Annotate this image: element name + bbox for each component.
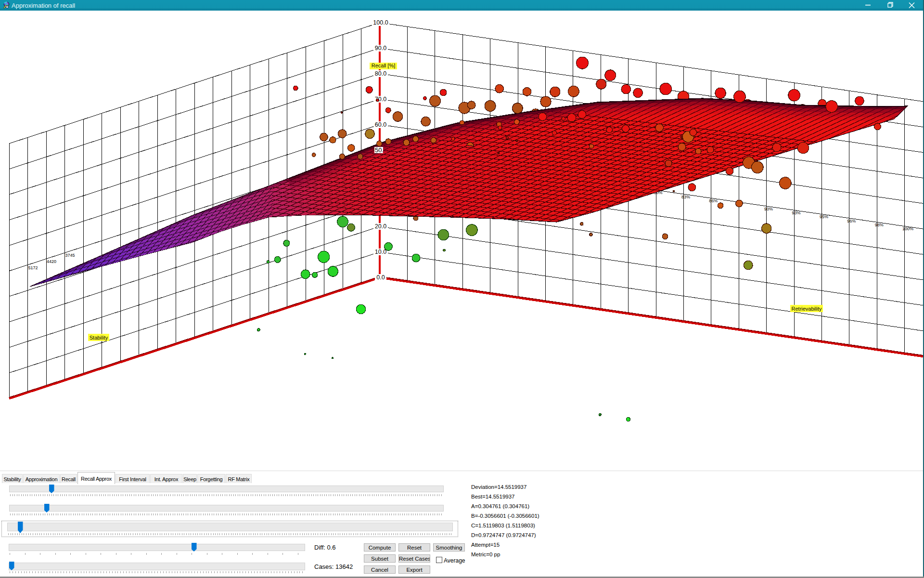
svg-text:3745: 3745 — [65, 253, 75, 258]
svg-text:86%: 86% — [709, 198, 718, 203]
svg-text:93%: 93% — [792, 210, 801, 215]
svg-text:50.: 50. — [375, 146, 384, 154]
svg-text:0.0: 0.0 — [376, 274, 385, 281]
svg-text:5172: 5172 — [28, 265, 38, 270]
svg-text:90%: 90% — [764, 207, 773, 211]
svg-text:20.0: 20.0 — [375, 223, 386, 230]
svg-text:4420: 4420 — [47, 259, 56, 264]
svg-text:83%: 83% — [681, 195, 690, 199]
svg-text:98%: 98% — [875, 223, 884, 227]
svg-text:Retrievability: Retrievability — [792, 306, 822, 312]
svg-text:Stability: Stability — [90, 335, 108, 341]
svg-text:90.0: 90.0 — [375, 45, 386, 52]
svg-text:100%: 100% — [902, 226, 913, 231]
svg-text:Recall [%]: Recall [%] — [372, 63, 396, 68]
svg-text:60.0: 60.0 — [375, 121, 386, 128]
svg-text:10.0: 10.0 — [375, 249, 386, 255]
svg-text:100.0: 100.0 — [373, 19, 388, 26]
svg-text:95%: 95% — [820, 214, 828, 219]
svg-text:96%: 96% — [847, 219, 856, 223]
svg-text:80.0: 80.0 — [375, 70, 386, 77]
